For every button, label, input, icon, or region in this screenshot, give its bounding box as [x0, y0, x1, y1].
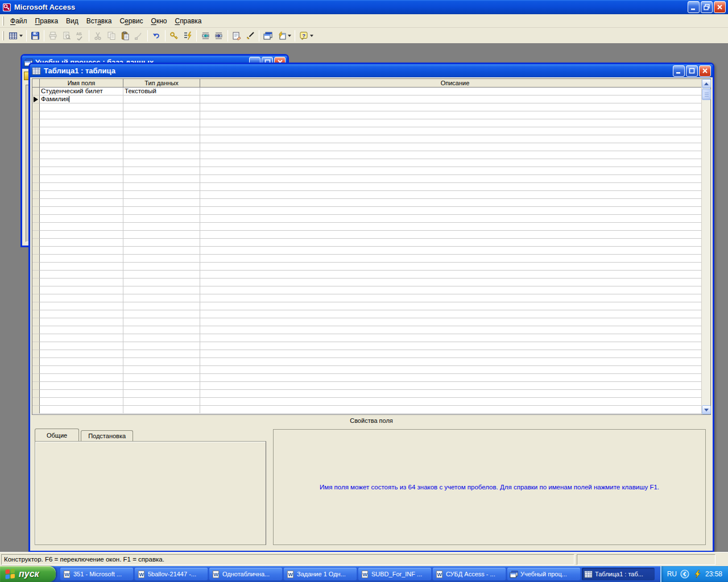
field-name-cell[interactable] [40, 207, 123, 215]
description-cell[interactable] [200, 231, 701, 239]
row-selector[interactable] [32, 151, 40, 159]
description-cell[interactable] [200, 95, 701, 103]
data-type-cell[interactable] [123, 310, 200, 318]
description-cell[interactable] [200, 135, 701, 143]
description-cell[interactable] [200, 175, 701, 183]
build-icon[interactable] [243, 29, 257, 42]
field-name-cell[interactable] [40, 127, 123, 135]
taskbar-item[interactable]: WОднотаблична... [209, 568, 282, 580]
field-name-cell[interactable] [40, 247, 123, 255]
data-type-cell[interactable] [123, 294, 200, 302]
row-selector[interactable] [32, 342, 40, 350]
vertical-scrollbar[interactable] [701, 79, 710, 414]
row-selector[interactable] [32, 135, 40, 143]
database-window-icon[interactable] [261, 29, 275, 42]
data-type-cell[interactable] [123, 255, 200, 263]
row-selector[interactable] [32, 278, 40, 286]
new-object-icon[interactable] [275, 29, 293, 42]
data-type-cell[interactable] [123, 318, 200, 326]
app-title-bar[interactable]: Microsoft Access [0, 0, 728, 14]
help-icon[interactable]: ? [297, 29, 315, 42]
table-window-title-bar[interactable]: Таблица1 : таблица [30, 64, 713, 77]
description-cell[interactable] [200, 191, 701, 199]
data-type-cell[interactable] [123, 231, 200, 239]
data-type-cell[interactable] [123, 127, 200, 135]
scrollbar-thumb[interactable] [702, 89, 711, 100]
row-selector[interactable] [32, 255, 40, 263]
general-properties-pane[interactable] [35, 441, 266, 545]
description-cell[interactable] [200, 263, 701, 271]
data-type-cell[interactable] [123, 239, 200, 247]
row-selector[interactable] [32, 231, 40, 239]
row-selector[interactable] [32, 398, 40, 406]
row-selector[interactable] [32, 167, 40, 175]
taskbar-item[interactable]: WSUBD_For_INF ... [358, 568, 431, 580]
description-cell[interactable] [200, 271, 701, 278]
data-type-cell[interactable] [123, 183, 200, 191]
data-type-cell[interactable] [123, 143, 200, 151]
menu-help[interactable]: Справка [171, 15, 205, 27]
field-name-cell[interactable] [40, 231, 123, 239]
row-selector[interactable] [32, 88, 40, 95]
data-type-cell[interactable] [123, 167, 200, 175]
field-name-cell[interactable] [40, 151, 123, 159]
field-name-cell[interactable]: Студенческий билет [40, 88, 123, 95]
field-name-cell[interactable] [40, 334, 123, 342]
taskbar-item[interactable]: Учебный проц... [507, 568, 580, 580]
description-cell[interactable] [200, 247, 701, 255]
description-cell[interactable] [200, 143, 701, 151]
row-selector[interactable] [32, 111, 40, 119]
field-name-cell[interactable] [40, 175, 123, 183]
column-header-description[interactable]: Описание [200, 79, 710, 88]
row-selector[interactable] [32, 263, 40, 271]
description-cell[interactable] [200, 286, 701, 294]
row-selector[interactable] [32, 119, 40, 127]
data-type-cell[interactable] [123, 286, 200, 294]
description-cell[interactable] [200, 350, 701, 358]
row-selector[interactable] [32, 366, 40, 374]
data-type-cell[interactable] [123, 111, 200, 119]
row-selector[interactable] [32, 159, 40, 167]
description-cell[interactable] [200, 302, 701, 310]
row-selector[interactable] [32, 286, 40, 294]
row-selector[interactable] [32, 382, 40, 390]
field-name-cell[interactable] [40, 278, 123, 286]
row-selector[interactable] [32, 143, 40, 151]
field-name-cell[interactable] [40, 382, 123, 390]
row-selector[interactable] [32, 239, 40, 247]
row-selector[interactable] [32, 310, 40, 318]
field-name-cell[interactable] [40, 326, 123, 334]
description-cell[interactable] [200, 223, 701, 231]
description-cell[interactable] [200, 358, 701, 366]
data-type-cell[interactable] [123, 151, 200, 159]
row-selector[interactable] [32, 247, 40, 255]
description-cell[interactable] [200, 119, 701, 127]
data-type-cell[interactable] [123, 366, 200, 374]
menu-insert[interactable]: Вставка [82, 15, 116, 27]
field-name-cell[interactable] [40, 215, 123, 223]
description-cell[interactable] [200, 151, 701, 159]
field-name-cell[interactable] [40, 223, 123, 231]
field-name-cell[interactable] [40, 263, 123, 271]
save-icon[interactable] [28, 29, 42, 42]
description-cell[interactable] [200, 334, 701, 342]
delete-rows-icon[interactable] [212, 29, 226, 42]
data-type-cell[interactable] [123, 191, 200, 199]
data-type-cell[interactable] [123, 406, 200, 414]
description-cell[interactable] [200, 390, 701, 398]
field-name-cell[interactable] [40, 366, 123, 374]
tab-lookup[interactable]: Подстановка [81, 430, 133, 441]
app-close-button[interactable] [714, 1, 726, 13]
description-cell[interactable] [200, 207, 701, 215]
menu-window[interactable]: Окно [147, 15, 171, 27]
row-selector[interactable] [32, 374, 40, 382]
field-name-cell[interactable] [40, 342, 123, 350]
data-type-cell[interactable] [123, 326, 200, 334]
data-type-cell[interactable] [123, 358, 200, 366]
view-design-icon[interactable] [6, 29, 24, 42]
data-type-cell[interactable] [123, 95, 200, 103]
data-type-cell[interactable] [123, 390, 200, 398]
description-cell[interactable] [200, 239, 701, 247]
indexes-icon[interactable] [181, 29, 195, 42]
taskbar-item[interactable]: WЗадание 1 Одн... [284, 568, 357, 580]
